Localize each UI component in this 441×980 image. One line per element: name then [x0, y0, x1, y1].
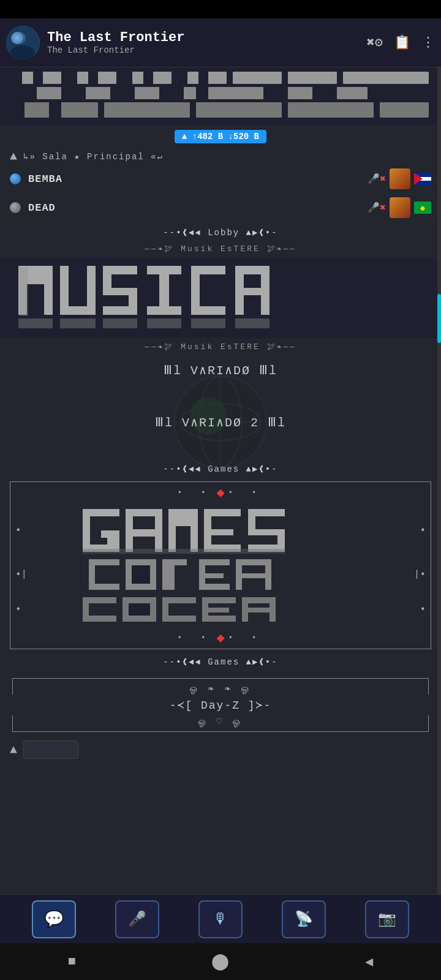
svg-rect-35 [196, 102, 282, 118]
navigation-bar: ■ ⬤ ◀ [0, 943, 441, 980]
games-block: • • ◆ • • • [10, 481, 431, 649]
bottom-collapse-icon[interactable]: ▲ [10, 743, 17, 757]
svg-rect-16 [178, 72, 187, 84]
svg-rect-30 [368, 87, 392, 99]
svg-rect-97 [248, 509, 255, 532]
svg-rect-45 [69, 266, 87, 274]
svg-rect-69 [235, 318, 270, 328]
mic-on-icon: 🎙 [213, 910, 228, 928]
more-icon[interactable]: ⋮ [421, 34, 435, 51]
app-subtitle: The Last Frontier [47, 45, 367, 55]
svg-rect-114 [199, 584, 230, 590]
svg-rect-24 [61, 87, 86, 99]
svg-rect-32 [12, 102, 24, 118]
svg-rect-36 [288, 102, 374, 118]
main-content: ▲ ↑482 B ↓520 B ▲ ↳» Sala ★ Principal «↵… [0, 67, 441, 913]
nav-square-button[interactable]: ■ [56, 948, 88, 976]
svg-rect-26 [159, 87, 184, 99]
svg-rect-18 [233, 72, 282, 84]
games-section-header-2: --•❰◄◄ Games ▲▶❰•- [0, 652, 441, 672]
svg-point-4 [15, 34, 20, 39]
svg-rect-129 [202, 608, 229, 612]
musik-header-2: ——❧🕊 Musik EsTERE 🕊❧—— [0, 338, 441, 355]
app-header: The Last Frontier The Last Frontier ✖⚙ 📋… [0, 18, 441, 67]
svg-rect-13 [123, 72, 132, 84]
svg-rect-121 [83, 616, 116, 622]
svg-rect-123 [129, 603, 150, 616]
svg-rect-82 [101, 530, 119, 538]
list-icon[interactable]: 📋 [394, 34, 410, 51]
bottom-collapse-row: ▲ [0, 738, 441, 761]
lobby-section-header: --•❰◄◄ Lobby ▲▶❰•- [0, 222, 441, 240]
svg-rect-86 [126, 529, 162, 537]
svg-rect-21 [386, 72, 429, 84]
svg-rect-130 [202, 616, 236, 622]
user-status-dot-dead [10, 202, 21, 213]
flag-brazil-dead [414, 202, 431, 214]
svg-rect-34 [104, 102, 190, 118]
svg-rect-113 [199, 573, 224, 578]
svg-rect-101 [83, 549, 285, 554]
svg-rect-11 [88, 72, 98, 84]
dayz-bottom-ornament: ஓ ♡ ஓ [12, 715, 429, 732]
globe-watermark-area: Ⅲl V∧RI∧DØ 2 Ⅲl [0, 385, 441, 459]
svg-rect-25 [110, 87, 135, 99]
sala-principal-label: ↳» Sala ★ Principal «↵ [23, 151, 164, 162]
svg-rect-7 [12, 72, 22, 84]
app-title: The Last Frontier [47, 30, 367, 45]
header-titles: The Last Frontier The Last Frontier [47, 30, 367, 55]
flag-cuba-bemba [414, 173, 431, 185]
dayz-section: ஓ ❧ ❧ ஓ -≺[ Day-Z ]≻- ஓ ♡ ஓ [12, 678, 429, 732]
user-status-dot-bemba [10, 173, 21, 184]
mic-off-icon: 🎤 [128, 910, 146, 928]
scrollbar-thumb[interactable] [437, 294, 441, 343]
svg-rect-94 [204, 529, 233, 535]
svg-rect-105 [89, 584, 119, 590]
user-row-bemba[interactable]: BEMBA 🎤✖ [0, 165, 441, 194]
mic-muted-icon-bemba: 🎤✖ [368, 173, 386, 185]
svg-rect-47 [60, 306, 96, 315]
user-icons-dead: 🎤✖ [368, 197, 431, 218]
signal-icon: 📡 [295, 910, 313, 928]
svg-rect-20 [343, 72, 392, 84]
svg-rect-27 [208, 87, 392, 99]
chat-button[interactable]: 💬 [32, 900, 76, 938]
svg-rect-118 [236, 573, 271, 578]
games-ascii-content: • [10, 503, 431, 627]
tools-icon[interactable]: ✖⚙ [367, 34, 383, 51]
svg-rect-8 [33, 72, 43, 84]
svg-rect-58 [191, 306, 225, 315]
collapse-icon[interactable]: ▲ [10, 149, 17, 164]
musik-header-1: ——❧🕊 Musik EsTERE 🕊❧—— [0, 240, 441, 257]
svg-point-1 [13, 32, 26, 44]
speed-badge: ▲ ↑482 B ↓520 B [175, 130, 266, 143]
svg-rect-98 [248, 529, 285, 535]
svg-rect-126 [162, 616, 196, 622]
svg-rect-50 [103, 288, 137, 295]
mic-off-button[interactable]: 🎤 [115, 900, 159, 938]
user-icons-bemba: 🎤✖ [368, 168, 431, 189]
svg-rect-52 [103, 306, 137, 315]
bottom-toolbar: 💬 🎤 🎙 📡 📷 [0, 894, 441, 943]
svg-rect-134 [242, 608, 276, 612]
svg-rect-65 [60, 318, 96, 328]
mic-muted-icon-dead: 🎤✖ [368, 202, 386, 214]
user-row-dead[interactable]: DEAD 🎤✖ [0, 194, 441, 222]
camera-button[interactable]: 📷 [365, 900, 409, 938]
app-avatar [6, 26, 40, 59]
svg-rect-64 [18, 318, 53, 328]
svg-rect-91 [168, 509, 198, 516]
svg-rect-66 [103, 318, 137, 328]
svg-rect-68 [191, 318, 225, 328]
svg-rect-28 [263, 87, 288, 99]
nav-home-button[interactable]: ⬤ [199, 946, 241, 978]
signal-button[interactable]: 📡 [282, 900, 326, 938]
mic-on-button[interactable]: 🎙 [198, 900, 243, 938]
sala-row: ▲ ↳» Sala ★ Principal «↵ [0, 148, 441, 165]
scrollbar[interactable] [437, 67, 441, 913]
bottom-widget [23, 741, 78, 759]
svg-rect-29 [312, 87, 337, 99]
nav-back-button[interactable]: ◀ [353, 948, 385, 976]
speed-badge-container: ▲ ↑482 B ↓520 B [0, 127, 441, 146]
svg-rect-63 [20, 267, 28, 316]
